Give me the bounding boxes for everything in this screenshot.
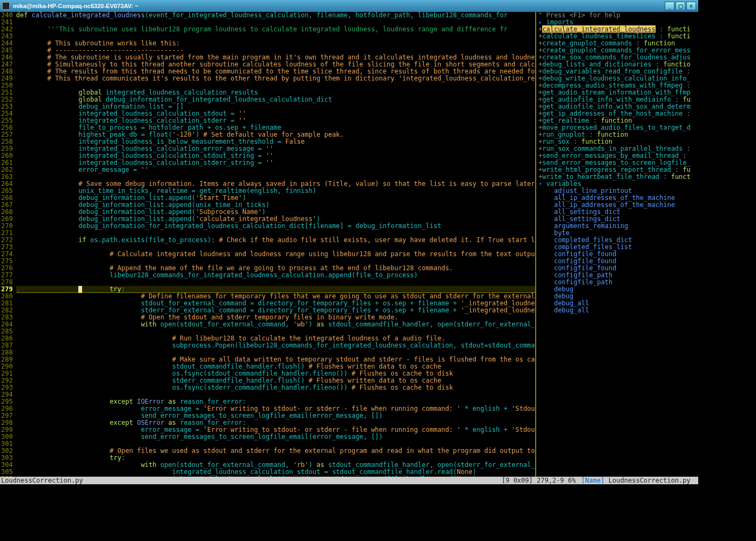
titlebar[interactable]: mika@mika-HP-Compaq-nc6320-EV073AV: ~ _ … (0, 0, 698, 12)
outline-pane[interactable]: " Press <F1> for help▸ imports+calculate… (536, 12, 698, 477)
code-body[interactable]: def calculate_integrated_loudness(event_… (16, 12, 535, 477)
window-buttons: _ ▢ × (665, 2, 696, 10)
line-gutter: 2402412422432442452462472482492502512522… (0, 12, 16, 477)
app-icon (2, 2, 10, 10)
status-bar: LoudnessCorrection.py [9 0x09] 279,2-9 6… (0, 477, 698, 484)
terminal-window: mika@mika-HP-Compaq-nc6320-EV073AV: ~ _ … (0, 0, 698, 484)
code-pane[interactable]: 2402412422432442452462472482492502512522… (0, 12, 535, 477)
window-title: mika@mika-HP-Compaq-nc6320-EV073AV: ~ (13, 3, 665, 9)
status-file: LoudnessCorrection.py (0, 477, 496, 484)
status-pos: [9 0x09] 279,2-9 6% (496, 477, 581, 484)
editor-area: 2402412422432442452462472482492502512522… (0, 12, 698, 477)
close-button[interactable]: × (686, 2, 696, 10)
status-name: [Name] LoudnessCorrection.py (581, 477, 698, 484)
minimize-button[interactable]: _ (665, 2, 674, 10)
maximize-button[interactable]: ▢ (676, 2, 685, 10)
